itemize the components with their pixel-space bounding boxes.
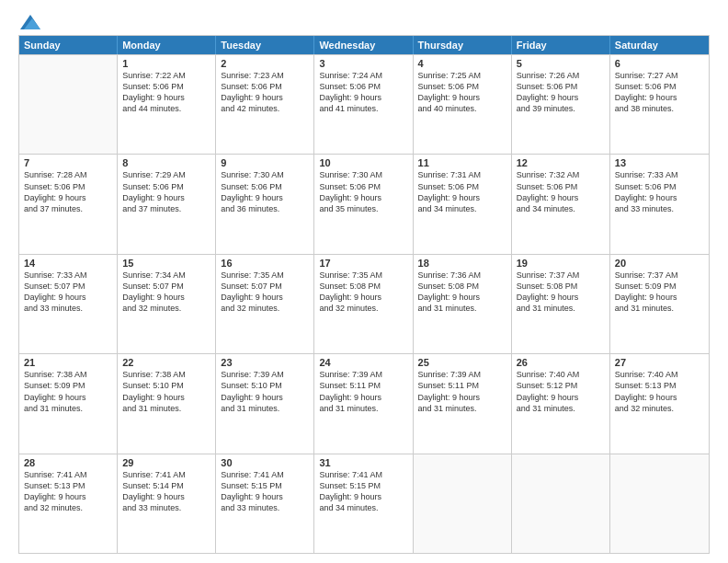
cell-line: Sunrise: 7:30 AM (319, 169, 407, 180)
cell-line: Sunset: 5:08 PM (418, 281, 506, 292)
day-number: 19 (517, 258, 605, 269)
cell-line: Daylight: 9 hours (319, 192, 407, 203)
cell-line: Sunrise: 7:34 AM (122, 270, 210, 281)
cell-line: Sunset: 5:09 PM (615, 281, 704, 292)
cell-line: Daylight: 9 hours (319, 292, 407, 303)
cell-line: and 38 minutes. (615, 103, 704, 114)
cell-line: Sunrise: 7:30 AM (221, 169, 309, 180)
cell-line: Sunset: 5:06 PM (319, 181, 407, 192)
cell-line: Daylight: 9 hours (319, 491, 407, 502)
cell-line: and 34 minutes. (418, 203, 506, 214)
day-number: 27 (615, 357, 704, 368)
cell-line: and 37 minutes. (122, 203, 210, 214)
calendar-week-5: 28Sunrise: 7:41 AMSunset: 5:13 PMDayligh… (19, 454, 709, 553)
cell-line: and 35 minutes. (319, 203, 407, 214)
cell-line: Daylight: 9 hours (418, 392, 506, 403)
day-20: 20Sunrise: 7:37 AMSunset: 5:09 PMDayligh… (610, 255, 709, 353)
cell-line: Sunset: 5:15 PM (319, 480, 407, 491)
day-of-week-header: Wednesday (314, 36, 413, 54)
day-number: 28 (24, 457, 112, 468)
cell-line: Sunrise: 7:38 AM (122, 369, 210, 380)
cell-line: Sunset: 5:11 PM (319, 380, 407, 391)
cell-line: Sunset: 5:10 PM (122, 380, 210, 391)
day-7: 7Sunrise: 7:28 AMSunset: 5:06 PMDaylight… (19, 155, 118, 253)
cell-line: Daylight: 9 hours (221, 491, 309, 502)
cell-line: Sunset: 5:07 PM (122, 281, 210, 292)
cell-line: and 34 minutes. (517, 203, 605, 214)
calendar-body: 1Sunrise: 7:22 AMSunset: 5:06 PMDaylight… (19, 54, 709, 553)
cell-line: Sunrise: 7:33 AM (24, 270, 112, 281)
cell-line: Sunset: 5:06 PM (418, 181, 506, 192)
cell-line: and 33 minutes. (24, 303, 112, 314)
cell-line: and 31 minutes. (221, 403, 309, 414)
cell-line: Sunrise: 7:22 AM (122, 70, 210, 81)
cell-line: and 44 minutes. (122, 103, 210, 114)
empty-day (414, 454, 512, 553)
cell-line: Sunrise: 7:35 AM (319, 270, 407, 281)
empty-day (512, 454, 610, 553)
cell-line: Daylight: 9 hours (221, 292, 309, 303)
cell-line: Sunrise: 7:40 AM (615, 369, 704, 380)
cell-line: Sunset: 5:06 PM (122, 181, 210, 192)
cell-line: Sunrise: 7:37 AM (517, 270, 605, 281)
day-13: 13Sunrise: 7:33 AMSunset: 5:06 PMDayligh… (610, 155, 709, 253)
day-23: 23Sunrise: 7:39 AMSunset: 5:10 PMDayligh… (216, 354, 314, 453)
cell-line: and 31 minutes. (615, 303, 704, 314)
cell-line: Sunset: 5:13 PM (24, 480, 112, 491)
cell-line: Sunset: 5:11 PM (418, 380, 506, 391)
cell-line: and 31 minutes. (122, 403, 210, 414)
cell-line: and 31 minutes. (418, 303, 506, 314)
day-number: 20 (615, 258, 704, 269)
day-26: 26Sunrise: 7:40 AMSunset: 5:12 PMDayligh… (512, 354, 610, 453)
cell-line: and 32 minutes. (24, 502, 112, 513)
day-of-week-header: Thursday (414, 36, 512, 54)
day-number: 7 (24, 157, 112, 168)
day-number: 5 (517, 58, 605, 69)
header (18, 17, 710, 28)
day-5: 5Sunrise: 7:26 AMSunset: 5:06 PMDaylight… (512, 55, 610, 154)
day-number: 8 (122, 157, 210, 168)
day-4: 4Sunrise: 7:25 AMSunset: 5:06 PMDaylight… (414, 55, 512, 154)
cell-line: Daylight: 9 hours (517, 392, 605, 403)
cell-line: and 31 minutes. (517, 303, 605, 314)
cell-line: Sunset: 5:09 PM (24, 380, 112, 391)
cell-line: Sunrise: 7:24 AM (319, 70, 407, 81)
day-30: 30Sunrise: 7:41 AMSunset: 5:15 PMDayligh… (216, 454, 314, 553)
day-25: 25Sunrise: 7:39 AMSunset: 5:11 PMDayligh… (414, 354, 512, 453)
day-19: 19Sunrise: 7:37 AMSunset: 5:08 PMDayligh… (512, 255, 610, 353)
day-28: 28Sunrise: 7:41 AMSunset: 5:13 PMDayligh… (19, 454, 118, 553)
day-number: 17 (319, 258, 407, 269)
cell-line: Sunrise: 7:27 AM (615, 70, 704, 81)
day-number: 11 (418, 157, 506, 168)
cell-line: Daylight: 9 hours (122, 92, 210, 103)
cell-line: Sunset: 5:10 PM (221, 380, 309, 391)
cell-line: Sunrise: 7:37 AM (615, 270, 704, 281)
day-18: 18Sunrise: 7:36 AMSunset: 5:08 PMDayligh… (414, 255, 512, 353)
cell-line: Sunrise: 7:41 AM (24, 469, 112, 480)
day-number: 2 (221, 58, 309, 69)
cell-line: Daylight: 9 hours (221, 392, 309, 403)
day-27: 27Sunrise: 7:40 AMSunset: 5:13 PMDayligh… (610, 354, 709, 453)
cell-line: Daylight: 9 hours (221, 192, 309, 203)
cell-line: and 31 minutes. (24, 403, 112, 414)
day-29: 29Sunrise: 7:41 AMSunset: 5:14 PMDayligh… (118, 454, 216, 553)
cell-line: Sunrise: 7:36 AM (418, 270, 506, 281)
day-22: 22Sunrise: 7:38 AMSunset: 5:10 PMDayligh… (118, 354, 216, 453)
day-12: 12Sunrise: 7:32 AMSunset: 5:06 PMDayligh… (512, 155, 610, 253)
day-number: 21 (24, 357, 112, 368)
day-11: 11Sunrise: 7:31 AMSunset: 5:06 PMDayligh… (414, 155, 512, 253)
cell-line: and 32 minutes. (122, 303, 210, 314)
calendar-week-4: 21Sunrise: 7:38 AMSunset: 5:09 PMDayligh… (19, 353, 709, 453)
empty-day (19, 55, 118, 154)
cell-line: Daylight: 9 hours (418, 192, 506, 203)
cell-line: Daylight: 9 hours (615, 92, 704, 103)
cell-line: Sunrise: 7:28 AM (24, 169, 112, 180)
day-6: 6Sunrise: 7:27 AMSunset: 5:06 PMDaylight… (610, 55, 709, 154)
day-number: 4 (418, 58, 506, 69)
day-number: 26 (517, 357, 605, 368)
day-3: 3Sunrise: 7:24 AMSunset: 5:06 PMDaylight… (314, 55, 413, 154)
day-of-week-header: Saturday (610, 36, 709, 54)
calendar-header: SundayMondayTuesdayWednesdayThursdayFrid… (19, 36, 709, 54)
cell-line: Sunrise: 7:41 AM (221, 469, 309, 480)
calendar-week-1: 1Sunrise: 7:22 AMSunset: 5:06 PMDaylight… (19, 54, 709, 154)
